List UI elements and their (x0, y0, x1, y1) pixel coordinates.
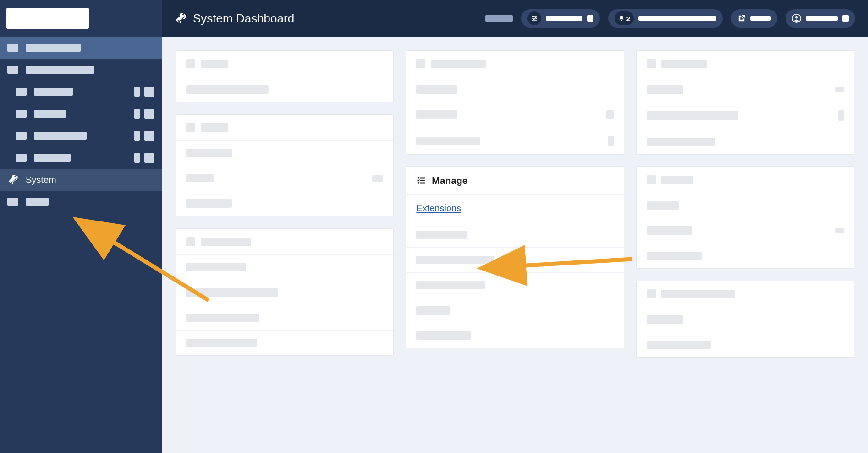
sidebar-subitem-3-expand-icon (144, 131, 154, 141)
sidebar-item-system-label: System (26, 175, 56, 185)
card-c3-2 (636, 166, 854, 269)
sidebar-item-last[interactable] (0, 191, 162, 213)
card-c3-3-row-2[interactable] (637, 332, 854, 357)
svg-point-0 (533, 16, 534, 17)
card-manage-header: Manage (406, 167, 623, 195)
column-2: Manage Extensions (406, 50, 624, 348)
card-manage-row-5[interactable] (406, 298, 623, 323)
card-c2-1-row-2[interactable] (406, 102, 623, 127)
card-c1-2-row-2[interactable] (176, 166, 393, 191)
card-c1-3-title (201, 238, 251, 246)
card-c3-1-row-1[interactable] (637, 77, 854, 102)
topbar-pill-user-label (806, 16, 838, 21)
sidebar-subitem-4-expand-icon (144, 153, 154, 163)
sidebar-subitem-1[interactable] (0, 81, 162, 103)
external-link-icon (737, 14, 746, 22)
svg-point-1 (535, 18, 536, 19)
sidebar-subitem-1-expand-icon (144, 87, 154, 97)
sidebar-item-1[interactable] (0, 37, 162, 59)
extensions-link[interactable]: Extensions (416, 203, 461, 214)
sidebar-subitem-2-label (34, 110, 66, 118)
sidebar-item-last-label (26, 198, 49, 206)
sidebar-subitem-1-label (34, 88, 73, 96)
sidebar-subitem-1-icon (16, 88, 27, 96)
sidebar-subitem-4-icon (16, 154, 27, 162)
card-c1-1-icon (186, 59, 195, 68)
bell-icon (618, 15, 625, 22)
topbar-pill-settings[interactable] (521, 9, 600, 28)
card-c1-3-header (176, 229, 393, 255)
topbar-pill-settings-caret (587, 15, 593, 22)
logo-area (0, 0, 162, 37)
card-c2-1-row-1[interactable] (406, 77, 623, 102)
card-c3-3-header (637, 281, 854, 307)
card-manage-row-3[interactable] (406, 248, 623, 273)
main-region: System Dashboard 2 (162, 0, 868, 453)
card-c1-3-row-1[interactable] (176, 255, 393, 280)
card-c1-1-row-1[interactable] (176, 77, 393, 102)
card-c1-2 (176, 114, 394, 216)
topbar-pill-notifications-label (638, 16, 716, 21)
card-c1-3 (176, 228, 394, 356)
card-c3-2-row-1[interactable] (637, 193, 854, 218)
checklist-icon (416, 176, 426, 186)
card-c3-2-row-2[interactable] (637, 218, 854, 243)
user-icon (792, 14, 801, 23)
card-manage-row-6[interactable] (406, 323, 623, 348)
notifications-badge: 2 (615, 11, 634, 25)
card-c3-1-header (637, 51, 854, 77)
sidebar-item-2[interactable] (0, 59, 162, 81)
card-c3-1-title (661, 60, 707, 68)
sidebar-item-system[interactable]: System (0, 169, 162, 191)
topbar-pill-user[interactable] (786, 9, 855, 28)
card-c3-3-row-1[interactable] (637, 307, 854, 332)
topbar: System Dashboard 2 (162, 0, 868, 37)
sidebar-subitem-2-badge (134, 109, 140, 119)
card-manage-row-2[interactable] (406, 222, 623, 248)
topbar-pill-settings-label (546, 16, 582, 21)
card-c1-3-row-3[interactable] (176, 305, 393, 331)
card-c1-1-title (201, 60, 228, 68)
card-c3-1-row-3[interactable] (637, 129, 854, 154)
card-c1-3-row-2[interactable] (176, 280, 393, 305)
card-c1-2-row-1[interactable] (176, 141, 393, 166)
card-manage-row-extensions[interactable]: Extensions (406, 195, 623, 222)
card-c3-2-title (661, 176, 693, 184)
sidebar-subitem-4-label (34, 154, 71, 162)
card-c3-1-icon (647, 59, 656, 68)
card-c1-1-header (176, 51, 393, 77)
sidebar-subitem-1-badge (134, 87, 140, 97)
card-c1-3-row-4[interactable] (176, 331, 393, 355)
sidebar-subitem-3-label (34, 132, 87, 140)
sidebar-subitem-4[interactable] (0, 147, 162, 169)
card-c1-3-icon (186, 237, 195, 246)
content-area: Manage Extensions (162, 37, 868, 453)
card-c2-1-icon (416, 59, 425, 68)
sidebar-item-2-label (26, 66, 94, 74)
card-c3-2-row-3[interactable] (637, 243, 854, 268)
wrench-icon (175, 12, 187, 24)
notifications-count: 2 (626, 15, 630, 22)
sidebar-subitem-3-icon (16, 132, 27, 140)
sidebar-item-1-label (26, 44, 81, 52)
sliders-icon (527, 11, 541, 25)
page-title: System Dashboard (193, 11, 294, 26)
topbar-pill-share[interactable] (731, 9, 777, 28)
card-c3-3-icon (647, 289, 656, 298)
card-c1-1-row-1-text (186, 85, 269, 94)
card-c3-3-title (661, 290, 735, 298)
card-c3-2-header (637, 167, 854, 193)
card-c1-2-row-3[interactable] (176, 191, 393, 216)
card-c3-1-row-2[interactable] (637, 102, 854, 129)
sidebar-subitem-2-expand-icon (144, 109, 154, 119)
card-c1-2-icon (186, 123, 195, 132)
topbar-pill-user-caret (842, 15, 849, 22)
sidebar-subitem-3[interactable] (0, 125, 162, 147)
card-c2-1 (406, 50, 624, 155)
card-c2-1-row-3[interactable] (406, 127, 623, 154)
sidebar-item-1-icon (7, 44, 18, 52)
topbar-pill-notifications[interactable]: 2 (608, 9, 723, 28)
card-c1-2-header (176, 115, 393, 141)
sidebar-subitem-2[interactable] (0, 103, 162, 125)
card-manage-row-4[interactable] (406, 273, 623, 298)
